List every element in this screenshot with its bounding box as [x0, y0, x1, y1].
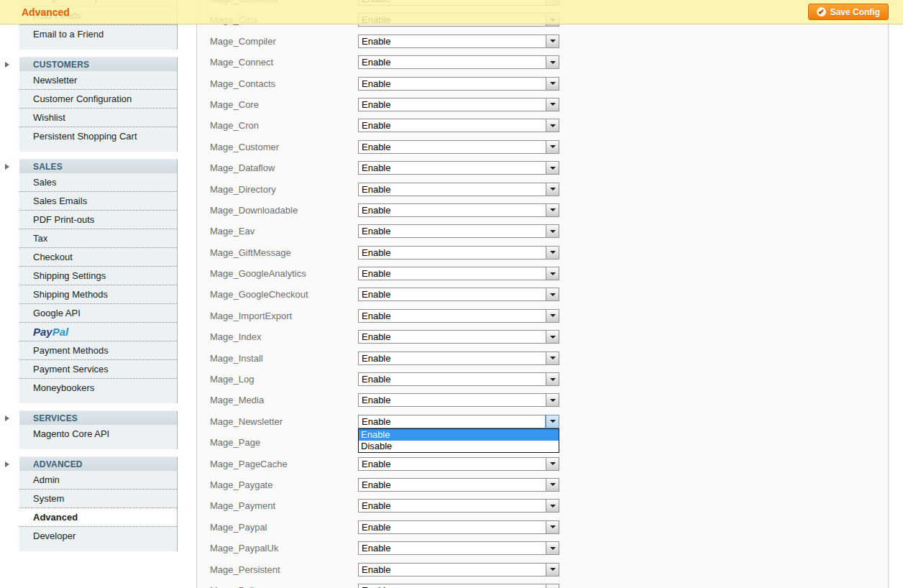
sidebar-item-shipping-settings[interactable]: Shipping Settings [19, 266, 177, 285]
dropdown-arrow-icon[interactable] [546, 225, 559, 237]
dropdown-arrow-icon[interactable] [546, 162, 559, 174]
dropdown-option-disable[interactable]: Disable [359, 441, 559, 452]
module-select-mage_pagecache[interactable]: Enable [358, 457, 559, 471]
dropdown-arrow-icon[interactable] [546, 564, 559, 576]
module-select-mage_importexport[interactable]: Enable [358, 309, 559, 323]
module-select-mage_paygate[interactable]: Enable [358, 478, 559, 492]
module-select-mage_paypaluk[interactable]: Enable [358, 541, 559, 555]
module-select-mage_media[interactable]: Enable [358, 393, 559, 407]
dropdown-arrow-icon[interactable] [546, 141, 559, 153]
module-select-mage_newsletter[interactable]: Enable [358, 415, 559, 428]
module-select-mage_giftmessage[interactable]: Enable [358, 246, 559, 259]
module-select-mage_googlecheckout[interactable]: Enable [358, 288, 559, 301]
sidebar-item-persistent-shopping-cart[interactable]: Persistent Shopping Cart [19, 127, 177, 145]
dropdown-arrow-icon[interactable] [546, 35, 559, 47]
module-select-mage_poll[interactable]: Enable [358, 584, 559, 588]
module-select-mage_log[interactable]: Enable [358, 372, 559, 386]
sidebar-item-payment-methods[interactable]: Payment Methods [19, 341, 177, 359]
sidebar-item-advanced[interactable]: Advanced [19, 507, 177, 526]
sidebar-section-label: ADVANCED [33, 459, 83, 469]
module-label: Mage_GiftMessage [210, 247, 291, 258]
module-select-mage_contacts[interactable]: Enable [358, 77, 559, 91]
dropdown-arrow-icon[interactable] [546, 247, 559, 259]
select-value: Enable [359, 288, 546, 300]
module-select-mage_directory[interactable]: Enable [358, 183, 559, 196]
sidebar-section-label: CUSTOMERS [33, 60, 89, 70]
module-row: Mage_PaymentEnable [197, 495, 888, 516]
dropdown-arrow-icon[interactable] [546, 310, 559, 322]
module-select-mage_install[interactable]: Enable [358, 352, 559, 365]
select-value: Enable [359, 162, 546, 174]
module-select-mage_connect[interactable]: Enable [358, 55, 559, 69]
module-select-mage_persistent[interactable]: Enable [358, 563, 559, 576]
dropdown-option-enable[interactable]: Enable [359, 429, 559, 441]
dropdown-arrow-icon[interactable] [546, 394, 559, 406]
dropdown-arrow-icon[interactable] [546, 479, 559, 491]
module-row: Mage_DirectoryEnable [197, 179, 888, 200]
sidebar-section-header[interactable]: SERVICES [19, 410, 178, 425]
sidebar-item-tax[interactable]: Tax [19, 229, 177, 247]
module-select-mage_index[interactable]: Enable [358, 330, 559, 344]
sidebar-item-magento-core-api[interactable]: Magento Core API [19, 425, 177, 443]
module-select-mage_customer[interactable]: Enable [358, 140, 559, 154]
sidebar-item-email-to-a-friend[interactable]: Email to a Friend [19, 24, 177, 43]
dropdown-arrow-icon[interactable] [546, 267, 559, 280]
module-select-mage_compiler[interactable]: Enable [358, 35, 559, 48]
module-select-mage_payment[interactable]: Enable [358, 499, 559, 513]
select-value: Enable [359, 267, 546, 280]
config-panel: Mage_CheckoutEnableMage_CmsEnableMage_Co… [196, 0, 889, 588]
dropdown-arrow-icon[interactable] [546, 56, 559, 68]
sidebar-item-developer[interactable]: Developer [19, 526, 177, 545]
dropdown-arrow-icon[interactable] [546, 98, 559, 111]
dropdown-arrow-icon[interactable] [546, 183, 559, 196]
sidebar-item-checkout[interactable]: Checkout [19, 247, 177, 266]
dropdown-arrow-icon[interactable] [546, 415, 559, 428]
dropdown-arrow-icon[interactable] [546, 119, 559, 132]
dropdown-arrow-icon[interactable] [546, 373, 559, 385]
module-label: Mage_Index [210, 331, 262, 342]
sidebar-item-admin[interactable]: Admin [19, 471, 177, 489]
module-select-mage_dataflow[interactable]: Enable [358, 161, 559, 175]
module-select-mage_eav[interactable]: Enable [358, 224, 559, 238]
dropdown-arrow-icon[interactable] [546, 458, 559, 470]
module-label: Mage_Poll [210, 585, 254, 588]
sidebar-item-sales[interactable]: Sales [19, 173, 177, 191]
sidebar-item-shipping-methods[interactable]: Shipping Methods [19, 285, 177, 303]
dropdown-arrow-icon[interactable] [546, 78, 559, 90]
module-select-mage_googleanalytics[interactable]: Enable [358, 267, 559, 280]
sidebar-item-payment-services[interactable]: Payment Services [19, 359, 177, 378]
module-label: Mage_Payment [210, 500, 275, 511]
sidebar-section-header[interactable]: CUSTOMERS [19, 57, 178, 71]
module-row: Mage_CustomerEnable [197, 137, 888, 157]
sidebar-item-pdf-print-outs[interactable]: PDF Print-outs [19, 210, 177, 229]
sidebar-item-sales-emails[interactable]: Sales Emails [19, 191, 177, 210]
select-value: Enable [359, 183, 546, 196]
dropdown-arrow-icon[interactable] [546, 500, 559, 512]
dropdown-arrow-icon[interactable] [546, 584, 559, 588]
triangle-right-icon [5, 415, 9, 421]
module-select-mage_paypal[interactable]: Enable [358, 520, 559, 534]
module-row: Mage_GoogleCheckoutEnable [197, 284, 888, 305]
save-config-button[interactable]: ✔ Save Config [808, 4, 889, 20]
module-row: Mage_PageCacheEnable [197, 454, 888, 474]
dropdown-arrow-icon[interactable] [546, 542, 559, 554]
dropdown-arrow-icon[interactable] [546, 288, 559, 300]
dropdown-arrow-icon[interactable] [546, 352, 559, 364]
module-select-mage_cron[interactable]: Enable [358, 119, 559, 132]
dropdown-arrow-icon[interactable] [546, 521, 559, 533]
module-label: Mage_Dataflow [210, 162, 275, 173]
sidebar-item-newsletter[interactable]: Newsletter [19, 71, 177, 89]
sidebar-item-google-api[interactable]: Google API [19, 303, 177, 322]
sidebar-section-header[interactable]: ADVANCED [19, 456, 178, 471]
sidebar-section-header[interactable]: SALES [19, 159, 178, 173]
dropdown-arrow-icon[interactable] [546, 204, 559, 216]
module-select-mage_downloadable[interactable]: Enable [358, 203, 559, 217]
sidebar-item-moneybookers[interactable]: Moneybookers [19, 378, 177, 397]
module-select-mage_core[interactable]: Enable [358, 98, 559, 111]
sidebar-item-paypal[interactable]: PayPal [19, 322, 177, 341]
module-row: Mage_ConnectEnable [197, 52, 888, 73]
sidebar-item-customer-configuration[interactable]: Customer Configuration [19, 89, 177, 108]
sidebar-item-system[interactable]: System [19, 489, 177, 507]
dropdown-arrow-icon[interactable] [546, 331, 559, 343]
sidebar-item-wishlist[interactable]: Wishlist [19, 108, 177, 127]
